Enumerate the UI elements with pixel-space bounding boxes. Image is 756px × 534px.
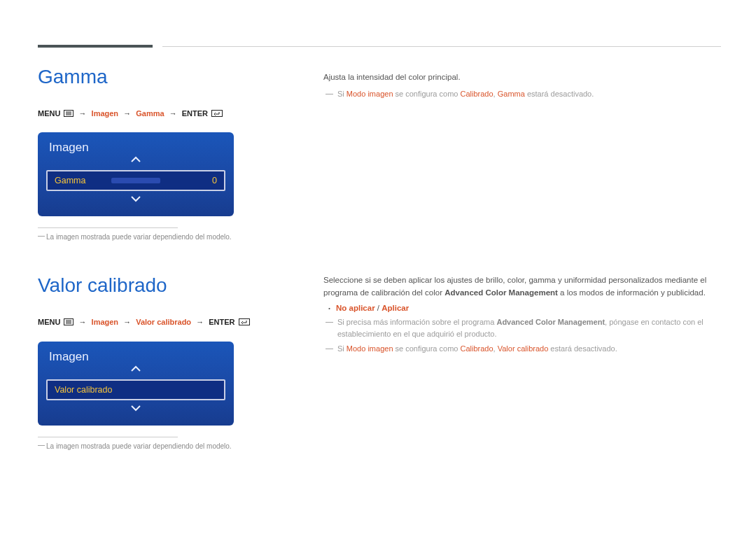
- chevron-up-icon[interactable]: [38, 155, 234, 167]
- arrow-icon: →: [79, 109, 87, 118]
- dash-icon: ―: [38, 231, 44, 241]
- svg-rect-9: [239, 319, 249, 325]
- menu-icon: [64, 108, 74, 120]
- breadcrumb-valor: MENU → Imagen → Valor calibrado → ENTER: [38, 316, 269, 328]
- gamma-note: ― Si Modo imagen se configura como Calib…: [323, 88, 721, 100]
- nav-path-valor: Valor calibrado: [136, 318, 191, 326]
- caption-text: La imagen mostrada puede variar dependie…: [46, 442, 232, 450]
- osd-row-label: Gamma: [55, 176, 85, 185]
- osd-caption: ― La imagen mostrada puede variar depend…: [38, 442, 269, 451]
- osd-caption: ― La imagen mostrada puede variar depend…: [38, 232, 269, 242]
- chevron-down-icon[interactable]: [38, 194, 234, 206]
- osd-row-valor[interactable]: Valor calibrado: [46, 379, 225, 400]
- nav-menu-label: MENU: [38, 109, 60, 118]
- valor-options: No aplicar / Aplicar: [323, 304, 721, 312]
- program-name: Advanced Color Management: [444, 288, 558, 297]
- arrow-icon: →: [196, 318, 204, 326]
- arrow-icon: →: [123, 318, 131, 326]
- arrow-icon: →: [123, 109, 131, 118]
- nav-path-gamma: Gamma: [136, 109, 164, 118]
- breadcrumb-gamma: MENU → Imagen → Gamma → ENTER: [38, 108, 269, 120]
- osd-panel-valor: Imagen Valor calibrado: [38, 342, 234, 426]
- osd-slider[interactable]: [111, 178, 160, 183]
- chevron-down-icon[interactable]: [38, 403, 234, 416]
- nav-path-imagen: Imagen: [92, 109, 119, 118]
- option-aplicar: Aplicar: [382, 304, 409, 312]
- nav-enter-label: ENTER: [182, 109, 208, 118]
- dash-icon: ―: [38, 440, 44, 450]
- osd-row-value: 0: [212, 176, 217, 185]
- svg-rect-4: [212, 110, 223, 116]
- nav-enter-label: ENTER: [209, 318, 234, 326]
- section-title-valor: Valor calibrado: [38, 274, 269, 297]
- dash-icon: ―: [323, 316, 333, 328]
- valor-note-1: ― Si precisa más información sobre el pr…: [323, 316, 721, 340]
- osd-row-gamma[interactable]: Gamma 0: [46, 170, 225, 191]
- caption-rule: [38, 437, 178, 437]
- caption-rule: [38, 227, 178, 228]
- nav-menu-label: MENU: [38, 318, 60, 326]
- valor-description: Seleccione si se deben aplicar los ajust…: [323, 274, 721, 300]
- header-rule: [162, 46, 721, 47]
- enter-icon: [239, 317, 250, 329]
- valor-note-2: ― Si Modo imagen se configura como Calib…: [323, 343, 721, 355]
- chevron-up-icon[interactable]: [38, 364, 234, 377]
- osd-title: Imagen: [38, 342, 234, 364]
- nav-path-imagen: Imagen: [92, 318, 119, 326]
- menu-icon: [64, 317, 74, 329]
- caption-text: La imagen mostrada puede variar dependie…: [46, 233, 232, 241]
- gamma-description: Ajusta la intensidad del color principal…: [323, 71, 721, 84]
- section-title-gamma: Gamma: [38, 66, 269, 88]
- header-accent-bar: [38, 45, 153, 48]
- osd-row-label: Valor calibrado: [55, 385, 112, 395]
- osd-title: Imagen: [38, 132, 234, 155]
- dash-icon: ―: [323, 87, 333, 99]
- arrow-icon: →: [79, 318, 87, 326]
- enter-icon: [211, 108, 223, 120]
- dash-icon: ―: [323, 342, 333, 354]
- arrow-icon: →: [169, 109, 177, 118]
- osd-panel-gamma: Imagen Gamma 0: [38, 132, 234, 216]
- option-no-aplicar: No aplicar: [336, 304, 375, 312]
